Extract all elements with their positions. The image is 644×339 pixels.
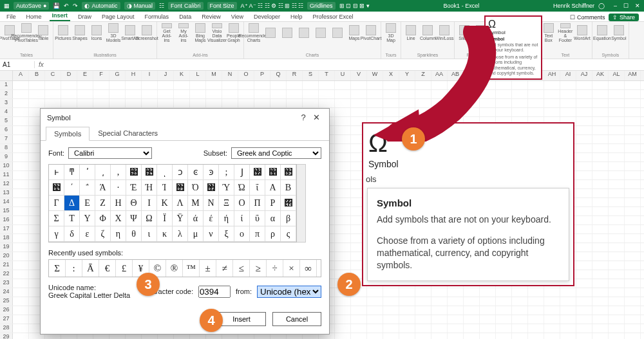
cell[interactable]	[576, 297, 592, 306]
cell[interactable]	[609, 171, 625, 179]
cell[interactable]	[335, 261, 351, 270]
row-header[interactable]: 20	[0, 252, 13, 261]
cell[interactable]	[464, 297, 480, 306]
symbol-cell[interactable]: ͹	[142, 165, 157, 180]
recent-symbol-cell[interactable]: :	[66, 260, 82, 277]
cell[interactable]	[576, 153, 592, 161]
cell[interactable]	[625, 162, 641, 170]
cell[interactable]	[625, 324, 641, 333]
cell[interactable]	[560, 324, 576, 333]
cell[interactable]	[174, 99, 190, 107]
cell[interactable]	[625, 171, 641, 179]
cell[interactable]	[448, 306, 464, 315]
cell[interactable]	[512, 99, 528, 107]
cell[interactable]	[512, 108, 528, 116]
cell[interactable]	[13, 198, 29, 206]
cell[interactable]	[254, 99, 270, 107]
cell[interactable]	[625, 117, 641, 125]
cell[interactable]	[625, 126, 641, 134]
cell[interactable]	[576, 162, 592, 170]
cell[interactable]	[592, 207, 609, 215]
recent-symbol-cell[interactable]: ®	[166, 260, 183, 277]
cell[interactable]	[480, 306, 496, 315]
cell[interactable]	[592, 324, 609, 333]
cell[interactable]	[448, 297, 464, 306]
row-header[interactable]: 16	[0, 216, 13, 224]
cell[interactable]	[576, 216, 592, 224]
cell[interactable]	[335, 189, 351, 197]
cell[interactable]	[13, 288, 29, 297]
col-header[interactable]: L	[190, 71, 206, 80]
symbol-cell[interactable]: Θ	[126, 196, 142, 211]
cell[interactable]	[45, 99, 61, 107]
cell[interactable]	[592, 180, 609, 188]
cell[interactable]	[592, 306, 609, 315]
cell[interactable]	[592, 117, 609, 125]
recent-symbol-cell[interactable]: ≥	[250, 260, 267, 277]
col-header[interactable]: J	[158, 71, 174, 80]
symbol-cell[interactable]: ΀	[250, 165, 265, 180]
symbol-cell[interactable]: έ	[204, 211, 219, 226]
cell[interactable]	[480, 333, 496, 339]
cell[interactable]	[625, 225, 641, 234]
cell[interactable]	[609, 198, 625, 206]
recent-symbol-cell[interactable]: ™	[183, 260, 200, 277]
symbol-cell[interactable]: ι	[142, 226, 157, 242]
cell[interactable]	[560, 90, 576, 98]
symbol-cell[interactable]: γ	[49, 226, 64, 242]
cancel-button[interactable]: Cancel	[272, 312, 321, 326]
cell[interactable]	[335, 315, 351, 324]
cell[interactable]	[270, 99, 287, 107]
cell[interactable]	[415, 324, 431, 333]
cell[interactable]	[13, 99, 29, 107]
recent-symbol-cell[interactable]: €	[99, 260, 116, 277]
cell[interactable]	[13, 234, 29, 243]
cell[interactable]	[592, 288, 609, 297]
cell[interactable]	[528, 315, 544, 324]
cell[interactable]	[592, 234, 609, 243]
cell[interactable]	[448, 315, 464, 324]
cell[interactable]	[609, 243, 625, 252]
row-header[interactable]: 9	[0, 153, 13, 161]
symbol-cell[interactable]: Ε	[80, 196, 95, 211]
cell[interactable]	[109, 99, 126, 107]
cell[interactable]	[592, 270, 609, 279]
cell[interactable]	[609, 216, 625, 224]
symbol-cell[interactable]: μ	[188, 226, 204, 242]
font-select[interactable]: Calibri	[68, 147, 152, 159]
cell[interactable]	[544, 306, 560, 315]
ribbon-chart[interactable]	[297, 23, 311, 42]
cell[interactable]	[544, 333, 560, 339]
cell[interactable]	[560, 288, 576, 297]
cell[interactable]	[592, 99, 609, 107]
cell[interactable]	[383, 288, 399, 297]
cell[interactable]	[544, 315, 560, 324]
calc-automatic[interactable]: ◐Automatic	[82, 2, 120, 10]
col-header[interactable]: AI	[560, 71, 576, 80]
cell[interactable]	[576, 207, 592, 215]
cell[interactable]	[480, 288, 496, 297]
comments-button[interactable]: ☐ Comments	[570, 14, 605, 21]
tab-help[interactable]: Help	[288, 12, 305, 21]
symbol-cell[interactable]: ͳ	[64, 165, 80, 180]
row-header[interactable]: 15	[0, 207, 13, 215]
cell[interactable]	[335, 306, 351, 315]
cell[interactable]	[13, 126, 29, 134]
ribbon-recommended-charts[interactable]: Recommended Charts	[247, 23, 261, 42]
symbol-cell[interactable]: ν	[204, 226, 219, 242]
row-header[interactable]: 6	[0, 126, 13, 134]
cell[interactable]	[592, 90, 609, 98]
cell[interactable]	[609, 126, 625, 134]
col-header[interactable]: D	[61, 71, 77, 80]
recent-symbol-cell[interactable]: ÷	[267, 260, 283, 277]
cell[interactable]	[351, 306, 367, 315]
subset-select[interactable]: Greek and Coptic	[231, 147, 321, 159]
cell[interactable]	[29, 90, 45, 98]
cell[interactable]	[625, 189, 641, 197]
cell[interactable]	[625, 216, 641, 224]
cell[interactable]	[609, 324, 625, 333]
symbol-cell[interactable]: Ρ	[265, 196, 281, 211]
cell[interactable]	[335, 81, 351, 89]
symbol-cell[interactable]: ά	[188, 211, 204, 226]
cell[interactable]	[254, 90, 270, 98]
